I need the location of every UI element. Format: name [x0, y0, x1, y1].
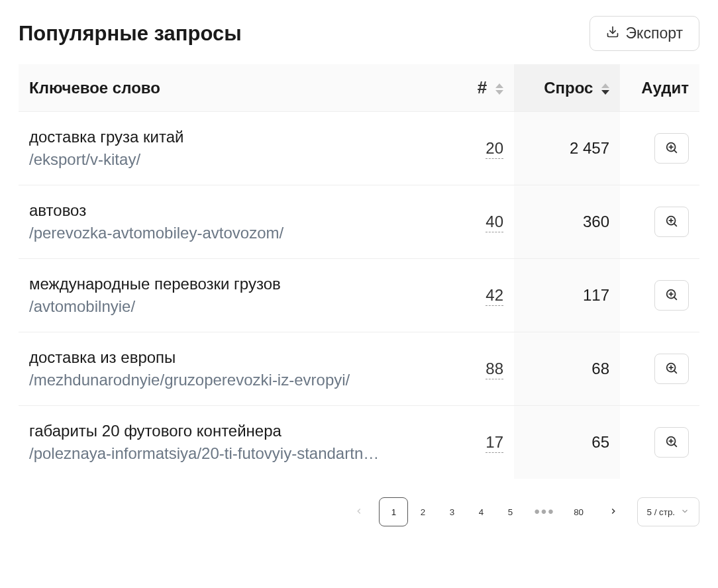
pagination-page[interactable]: 4 — [466, 497, 495, 526]
chevron-down-icon — [680, 507, 690, 518]
pagination-ellipsis[interactable]: ••• — [530, 503, 558, 521]
audit-button[interactable] — [654, 427, 689, 458]
table-row: международные перевозки грузов/avtomobil… — [19, 259, 699, 332]
cell-keyword: доставка груза китай/eksport/v-kitay/ — [19, 112, 448, 185]
hash-icon: # — [478, 77, 487, 97]
cell-audit — [620, 406, 699, 479]
column-header-keyword-label: Ключевое слово — [29, 79, 160, 97]
cell-num: 40 — [448, 185, 514, 259]
cell-num: 17 — [448, 406, 514, 479]
pagination-page[interactable]: 2 — [408, 497, 437, 526]
audit-button[interactable] — [654, 207, 689, 237]
export-label: Экспорт — [626, 24, 683, 42]
num-value[interactable]: 20 — [486, 139, 503, 159]
cell-keyword: автовоз/perevozka-avtomobiley-avtovozom/ — [19, 185, 448, 259]
column-header-demand-label: Спрос — [544, 79, 593, 97]
pagination-page[interactable]: 3 — [437, 497, 466, 526]
cell-demand: 360 — [514, 185, 620, 259]
keyword-path: /poleznaya-informatsiya/20-ti-futovyiy-s… — [29, 444, 400, 463]
cell-audit — [620, 185, 699, 259]
svg-line-2 — [674, 150, 677, 152]
cell-audit — [620, 259, 699, 332]
pagination-page[interactable]: 5 — [495, 497, 525, 526]
cell-demand: 117 — [514, 259, 620, 332]
pagination-page[interactable]: 1 — [379, 497, 408, 526]
page-size-select[interactable]: 5 / стр. — [637, 497, 699, 526]
popular-queries-card: Популярные запросы Экспорт Ключевое слов… — [0, 0, 718, 542]
magnify-plus-icon — [664, 361, 679, 377]
keyword-path: /perevozka-avtomobiley-avtovozom/ — [29, 224, 400, 242]
pagination-last[interactable]: 80 — [564, 497, 593, 526]
keyword-text: габариты 20 футового контейнера — [29, 422, 437, 440]
magnify-plus-icon — [664, 214, 679, 230]
pagination: 12345 ••• 80 5 / стр. — [19, 497, 699, 526]
cell-demand: 65 — [514, 406, 620, 479]
svg-line-18 — [674, 444, 677, 446]
card-header: Популярные запросы Экспорт — [19, 16, 699, 51]
keyword-text: международные перевозки грузов — [29, 275, 437, 293]
column-header-demand[interactable]: Спрос — [514, 64, 620, 112]
chevron-left-icon — [354, 507, 364, 518]
queries-table: Ключевое слово # Спрос Аудит доставка гр… — [19, 64, 699, 479]
svg-line-6 — [674, 223, 677, 226]
table-row: доставка из европы/mezhdunarodnyie/gruzo… — [19, 332, 699, 406]
audit-button[interactable] — [654, 133, 689, 164]
keyword-text: доставка из европы — [29, 348, 437, 367]
chevron-right-icon — [609, 507, 618, 518]
table-row: габариты 20 футового контейнера/poleznay… — [19, 406, 699, 479]
sort-icon — [601, 83, 609, 95]
magnify-plus-icon — [664, 140, 679, 157]
page-size-label: 5 / стр. — [647, 507, 675, 517]
keyword-text: автовоз — [29, 201, 437, 220]
num-value[interactable]: 88 — [486, 360, 503, 379]
cell-demand: 68 — [514, 332, 620, 406]
svg-line-10 — [674, 297, 677, 299]
card-title: Популярные запросы — [19, 22, 242, 46]
keyword-path: /avtomobilnyie/ — [29, 297, 400, 316]
cell-num: 42 — [448, 259, 514, 332]
column-header-audit: Аудит — [620, 64, 699, 112]
cell-keyword: доставка из европы/mezhdunarodnyie/gruzo… — [19, 332, 448, 406]
cell-keyword: международные перевозки грузов/avtomobil… — [19, 259, 448, 332]
cell-num: 20 — [448, 112, 514, 185]
num-value[interactable]: 40 — [486, 213, 503, 232]
column-header-num[interactable]: # — [448, 64, 514, 112]
num-value[interactable]: 17 — [486, 433, 503, 453]
download-icon — [606, 24, 619, 42]
num-value[interactable]: 42 — [486, 286, 503, 306]
cell-demand: 2 457 — [514, 112, 620, 185]
column-header-audit-label: Аудит — [641, 79, 689, 97]
pagination-next[interactable] — [599, 497, 628, 526]
table-row: доставка груза китай/eksport/v-kitay/202… — [19, 112, 699, 185]
table-row: автовоз/perevozka-avtomobiley-avtovozom/… — [19, 185, 699, 259]
keyword-text: доставка груза китай — [29, 128, 437, 146]
cell-num: 88 — [448, 332, 514, 406]
cell-audit — [620, 112, 699, 185]
cell-keyword: габариты 20 футового контейнера/poleznay… — [19, 406, 448, 479]
audit-button[interactable] — [654, 354, 689, 384]
keyword-path: /mezhdunarodnyie/gruzoperevozki-iz-evrop… — [29, 371, 400, 389]
audit-button[interactable] — [654, 280, 689, 311]
magnify-plus-icon — [664, 287, 679, 304]
magnify-plus-icon — [664, 434, 679, 451]
svg-line-14 — [674, 370, 677, 373]
export-button[interactable]: Экспорт — [590, 16, 699, 51]
cell-audit — [620, 332, 699, 406]
column-header-keyword[interactable]: Ключевое слово — [19, 64, 448, 112]
keyword-path: /eksport/v-kitay/ — [29, 150, 400, 169]
pagination-prev[interactable] — [344, 497, 374, 526]
sort-icon — [495, 83, 503, 95]
